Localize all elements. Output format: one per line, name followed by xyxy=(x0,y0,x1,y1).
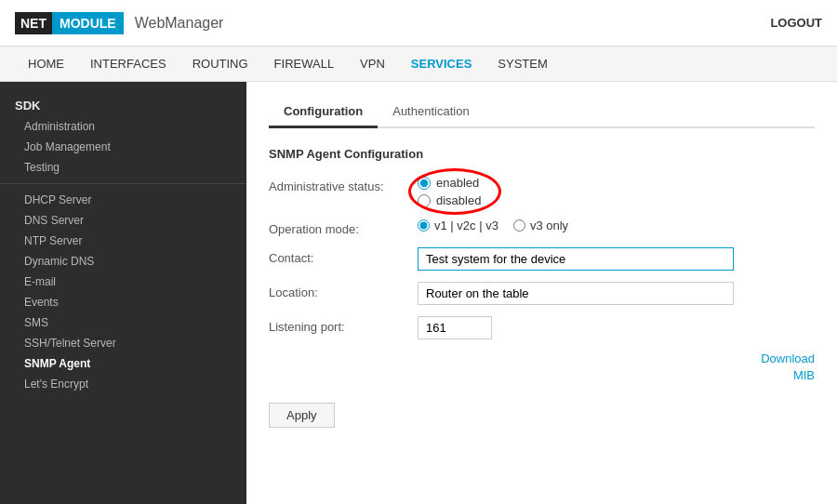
nav-routing[interactable]: ROUTING xyxy=(179,47,261,80)
listening-port-row: Listening port: xyxy=(269,316,815,339)
sidebar-item-job-management[interactable]: Job Management xyxy=(0,137,246,157)
radio-v1v2cv3-label: v1 | v2c | v3 xyxy=(434,219,498,232)
contact-label: Contact: xyxy=(269,247,418,265)
nav-services[interactable]: SERVICES xyxy=(398,47,485,80)
sidebar-item-snmp-agent[interactable]: SNMP Agent xyxy=(0,353,246,374)
sidebar-item-testing[interactable]: Testing xyxy=(0,157,246,178)
nav-interfaces[interactable]: INTERFACES xyxy=(77,47,179,80)
tab-authentication[interactable]: Authentication xyxy=(378,97,484,128)
content-area: SDK Administration Job Management Testin… xyxy=(0,82,837,504)
location-input[interactable] xyxy=(418,282,734,305)
radio-disabled-label: disabled xyxy=(436,193,481,207)
header: NETMODULE WebManager LOGOUT xyxy=(0,0,837,46)
admin-status-control: enabled disabled xyxy=(418,176,815,207)
sidebar-item-ntp-server[interactable]: NTP Server xyxy=(0,231,246,251)
location-label: Location: xyxy=(269,282,418,299)
main-panel: Configuration Authentication SNMP Agent … xyxy=(246,82,837,504)
listening-port-label: Listening port: xyxy=(269,316,418,334)
contact-control xyxy=(418,247,815,271)
logo: NETMODULE WebManager xyxy=(15,12,223,34)
radio-disabled[interactable]: disabled xyxy=(418,193,815,207)
contact-input[interactable] xyxy=(418,247,734,271)
admin-status-options: enabled disabled xyxy=(418,176,815,207)
sidebar-item-dns-server[interactable]: DNS Server xyxy=(0,210,246,231)
admin-status-label: Administrative status: xyxy=(269,176,418,193)
radio-enabled[interactable]: enabled xyxy=(418,176,815,190)
sidebar-section-sdk: SDK xyxy=(0,91,246,116)
location-row: Location: xyxy=(269,282,815,305)
sidebar-divider-1 xyxy=(0,183,246,184)
operation-mode-options: v1 | v2c | v3 v3 only xyxy=(418,219,815,232)
admin-status-row: Administrative status: enabled disabled xyxy=(269,176,815,207)
logo-net: NET xyxy=(15,12,52,34)
nav-firewall[interactable]: FIREWALL xyxy=(261,47,348,80)
sidebar-item-email[interactable]: E-mail xyxy=(0,272,246,292)
listening-port-control xyxy=(418,316,815,339)
location-control xyxy=(418,282,815,305)
sidebar: SDK Administration Job Management Testin… xyxy=(0,82,246,504)
radio-v3only-label: v3 only xyxy=(530,219,568,232)
radio-v1v2cv3-input[interactable] xyxy=(418,219,430,232)
radio-enabled-input[interactable] xyxy=(418,177,431,190)
tab-configuration[interactable]: Configuration xyxy=(269,97,378,128)
contact-row: Contact: xyxy=(269,247,815,271)
operation-mode-row: Operation mode: v1 | v2c | v3 v3 only xyxy=(269,219,815,236)
main-nav: HOME INTERFACES ROUTING FIREWALL VPN SER… xyxy=(0,46,837,82)
section-title: SNMP Agent Configuration xyxy=(269,147,815,161)
download-mib-link[interactable]: Download MIB xyxy=(269,351,815,384)
apply-button-container: Apply xyxy=(269,403,815,428)
sidebar-item-sms[interactable]: SMS xyxy=(0,312,246,333)
logo-module: MODULE xyxy=(52,12,124,34)
operation-mode-control: v1 | v2c | v3 v3 only xyxy=(418,219,815,232)
webmanager-label: WebManager xyxy=(135,15,224,32)
sidebar-item-events[interactable]: Events xyxy=(0,292,246,312)
radio-v3only-input[interactable] xyxy=(513,219,525,232)
sidebar-item-ssh-telnet[interactable]: SSH/Telnet Server xyxy=(0,333,246,353)
sidebar-item-administration[interactable]: Administration xyxy=(0,116,246,137)
nav-home[interactable]: HOME xyxy=(15,47,77,80)
nav-vpn[interactable]: VPN xyxy=(347,47,398,80)
radio-v1v2cv3[interactable]: v1 | v2c | v3 xyxy=(418,219,498,232)
tabs-bar: Configuration Authentication xyxy=(269,97,815,128)
sidebar-item-dynamic-dns[interactable]: Dynamic DNS xyxy=(0,251,246,272)
radio-enabled-label: enabled xyxy=(436,176,479,190)
radio-disabled-input[interactable] xyxy=(418,194,431,207)
nav-system[interactable]: SYSTEM xyxy=(485,47,560,80)
logout-button[interactable]: LOGOUT xyxy=(770,16,822,30)
apply-button[interactable]: Apply xyxy=(269,403,335,428)
sidebar-item-lets-encrypt[interactable]: Let's Encrypt xyxy=(0,374,246,394)
listening-port-input[interactable] xyxy=(418,316,492,339)
operation-mode-label: Operation mode: xyxy=(269,219,418,236)
radio-v3only[interactable]: v3 only xyxy=(513,219,568,232)
sidebar-item-dhcp-server[interactable]: DHCP Server xyxy=(0,190,246,210)
